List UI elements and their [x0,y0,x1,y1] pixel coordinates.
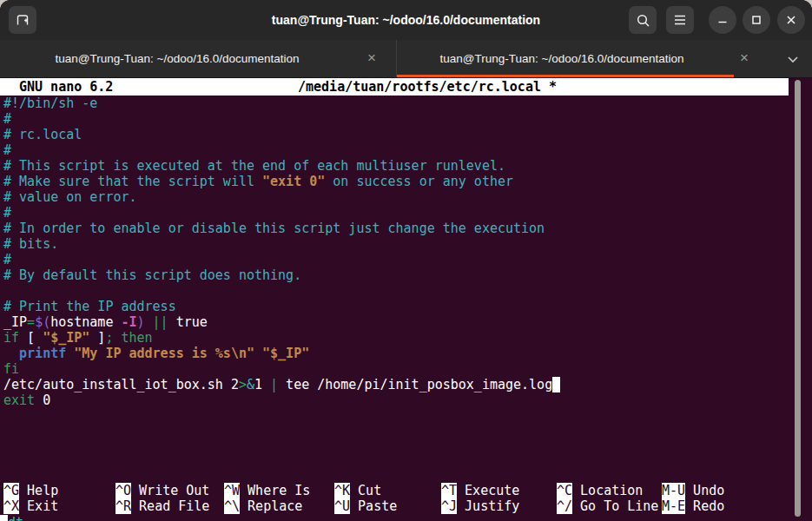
active-tab-indicator [397,75,734,77]
code-line: #!/bin/sh -e [3,96,560,111]
titlebar: tuan@Trung-Tuan: ~/odoo/16.0/documentati… [0,0,812,41]
tab-list-button[interactable] [780,48,806,70]
chevron-down-icon [787,51,799,67]
new-tab-icon [15,12,30,28]
shortcut-item[interactable]: M-U Undo [662,483,806,498]
code-line: # [3,205,560,221]
code-line: exit 0 [3,392,560,408]
shortcut-label: Help [19,483,58,498]
tab-bar: tuan@Trung-Tuan: ~/odoo/16.0/documentati… [0,40,812,78]
shortcut-key: ^/ [557,498,572,514]
shortcut-key: ^T [441,483,457,498]
tab-title: tuan@Trung-Tuan: ~/odoo/16.0/documentati… [397,40,727,77]
new-tab-button[interactable] [9,6,36,34]
shortcut-item[interactable]: ^/ Go To Line [557,498,662,514]
nano-filename-label: /media/tuan/rootfs/etc/rc.local * [298,79,557,95]
shortcut-label: Write Out [131,483,209,498]
code-line: if [ "$_IP" ]; then [3,330,560,346]
shortcut-item[interactable]: ^J Justify [441,498,557,514]
code-line: # This script is executed at the end of … [3,158,560,174]
code-line: # In order to enable or disable this scr… [3,221,560,236]
shortcut-item[interactable]: M-E Redo [662,498,806,514]
shortcut-key: ^W [224,483,240,498]
code-line: fi [3,361,560,377]
shortcut-key: ^J [441,498,457,514]
shortcut-label: Paste [350,498,397,514]
clipped-bottom-line: dt [0,515,812,521]
shortcut-label: Justify [457,498,519,514]
close-icon [785,14,797,26]
shortcut-item[interactable]: ^R Read File [116,498,224,514]
tab-title: tuan@Trung-Tuan: ~/odoo/16.0/documentati… [0,40,354,77]
shortcut-item[interactable]: ^O Write Out [116,483,224,498]
code-line: # [3,252,560,267]
code-line: # Make sure that the script will "exit 0… [3,174,560,189]
shortcut-key: ^U [334,498,350,514]
shortcut-key: M-U [662,483,685,498]
shortcut-label: Redo [685,498,724,514]
editor-content[interactable]: #!/bin/sh -e## rc.local## This script is… [3,96,560,408]
shortcut-item[interactable]: ^\ Replace [224,498,334,514]
shortcut-item[interactable]: ^C Location [557,483,662,498]
code-line: /etc/auto_install_iot_box.sh 2>&1 | tee … [3,377,560,392]
shortcut-key: ^G [3,483,19,498]
terminal-screen[interactable]: GNU nano 6.2 /media/tuan/rootfs/etc/rc.l… [0,78,812,521]
shortcut-key: ^K [334,483,350,498]
shortcut-key: ^O [116,483,131,498]
tab-terminal-2[interactable]: tuan@Trung-Tuan: ~/odoo/16.0/documentati… [397,40,769,77]
menu-button[interactable] [666,6,694,34]
shortcut-label: Replace [240,498,302,514]
shortcut-key: ^R [116,498,131,514]
text-cursor [552,377,560,392]
search-button[interactable] [629,6,657,34]
shortcut-item[interactable]: ^U Paste [334,498,441,514]
search-icon [636,13,650,28]
scrollbar-thumb[interactable] [795,80,801,517]
terminal-window: tuan@Trung-Tuan: ~/odoo/16.0/documentati… [0,0,812,521]
shortcut-label: Where Is [240,483,310,498]
code-line: # [3,111,560,127]
code-line: # [3,142,560,158]
shortcut-label: Go To Line [572,498,658,514]
shortcut-label: Execute [457,483,519,498]
shortcut-label: Location [572,483,643,498]
clipped-cursor-block [0,515,8,521]
code-line: # value on error. [3,189,560,205]
shortcut-key: ^\ [224,498,240,514]
shortcut-label: Cut [350,483,381,498]
nano-titlebar: GNU nano 6.2 /media/tuan/rootfs/etc/rc.l… [0,78,789,96]
nano-version-label: GNU nano 6.2 [19,79,113,95]
shortcut-key: M-E [662,498,685,514]
code-line [3,283,560,299]
code-line: _IP=$(hostname -I) || true [3,314,560,330]
minimize-icon [716,14,729,26]
maximize-button[interactable] [743,6,770,34]
tab-close-button[interactable]: × [361,48,382,69]
shortcut-row-2: ^X Exit^R Read File^\ Replace^U Paste^J … [3,498,806,514]
code-line: # Print the IP address [3,299,560,314]
close-button[interactable] [777,6,805,34]
shortcut-label: Exit [19,498,58,514]
clipped-text: dt [8,515,23,521]
shortcut-item[interactable]: ^T Execute [441,483,557,498]
shortcut-label: Undo [685,483,724,498]
shortcut-key: ^X [3,498,19,514]
shortcut-row-1: ^G Help^O Write Out^W Where Is^K Cut^T E… [3,483,806,498]
code-line: # rc.local [3,127,560,142]
shortcut-item[interactable]: ^G Help [3,483,116,498]
maximize-icon [750,14,762,26]
shortcut-label: Read File [131,498,209,514]
code-line: printf "My IP address is %s\n" "$_IP" [3,346,560,361]
code-line: # By default this script does nothing. [3,267,560,283]
shortcut-item[interactable]: ^K Cut [334,483,441,498]
code-line: # bits. [3,236,560,252]
shortcut-item[interactable]: ^X Exit [3,498,116,514]
shortcut-item[interactable]: ^W Where Is [224,483,334,498]
minimize-button[interactable] [709,6,736,34]
tab-terminal-1[interactable]: tuan@Trung-Tuan: ~/odoo/16.0/documentati… [0,40,397,77]
shortcut-key: ^C [557,483,572,498]
hamburger-menu-icon [673,14,687,26]
tab-close-button[interactable]: × [734,48,755,69]
